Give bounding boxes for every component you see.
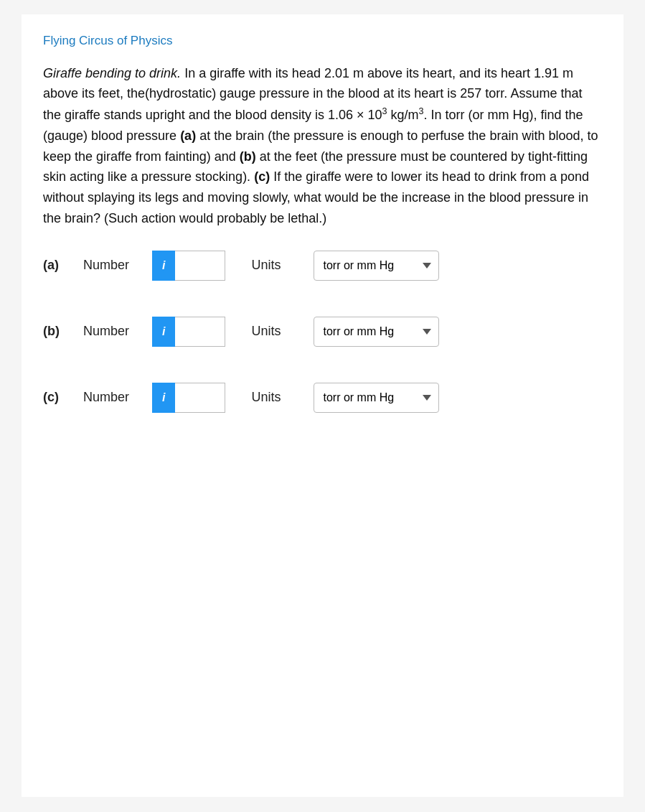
info-input-group-b: i (152, 317, 225, 347)
problem-italic: Giraffe bending to drink. (43, 66, 181, 80)
units-select-a[interactable]: torr or mm Hg Pa atm (314, 251, 439, 281)
units-select-c[interactable]: torr or mm Hg Pa atm (314, 383, 439, 413)
number-input-b[interactable] (175, 317, 225, 347)
answer-row-c: (c) Number i Units torr or mm Hg Pa atm (43, 383, 602, 413)
info-button-a[interactable]: i (152, 251, 175, 281)
number-label-c: Number (83, 388, 141, 407)
part-b-label: (b) (43, 322, 72, 341)
info-input-group-c: i (152, 383, 225, 413)
problem-kgm-text: kg/m (387, 108, 419, 122)
answer-row-a: (a) Number i Units torr or mm Hg Pa atm (43, 251, 602, 281)
answer-row-b: (b) Number i Units torr or mm Hg Pa atm (43, 317, 602, 347)
info-button-c[interactable]: i (152, 383, 175, 413)
units-label-b: Units (251, 322, 291, 341)
part-b-label-text: (b) (240, 149, 256, 164)
number-label-b: Number (83, 322, 141, 341)
problem-text: Giraffe bending to drink. In a giraffe w… (43, 63, 602, 229)
units-select-b[interactable]: torr or mm Hg Pa atm (314, 317, 439, 347)
part-c-label-text: (c) (254, 169, 270, 184)
part-c-label: (c) (43, 388, 72, 407)
flying-circus-link[interactable]: Flying Circus of Physics (43, 32, 602, 50)
number-label-a: Number (83, 256, 141, 275)
info-button-b[interactable]: i (152, 317, 175, 347)
units-label-c: Units (251, 388, 291, 407)
number-input-c[interactable] (175, 383, 225, 413)
number-input-a[interactable] (175, 251, 225, 281)
page-container: Flying Circus of Physics Giraffe bending… (22, 14, 623, 797)
superscript-3: 3 (382, 106, 387, 116)
superscript-3b: 3 (419, 106, 424, 116)
info-input-group-a: i (152, 251, 225, 281)
part-a-label: (a) (43, 256, 72, 275)
part-a-label-text: (a) (180, 129, 196, 143)
units-label-a: Units (251, 256, 291, 275)
